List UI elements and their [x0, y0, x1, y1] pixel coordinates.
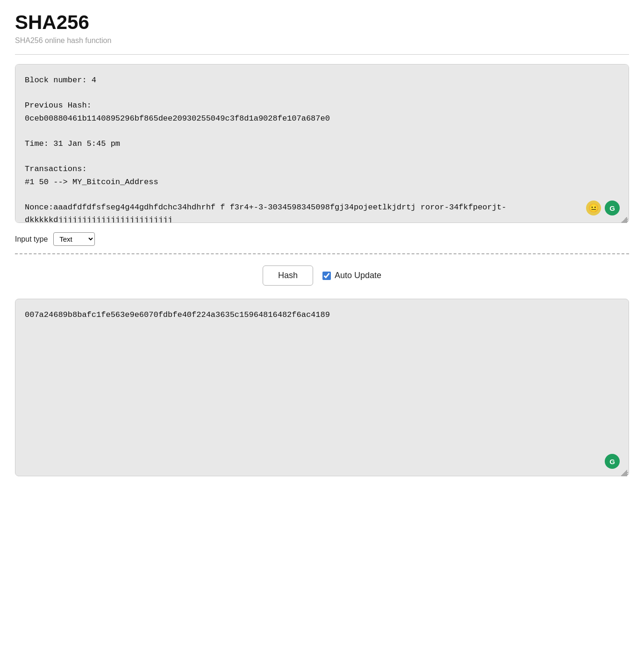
auto-update-label[interactable]: Auto Update: [322, 271, 381, 280]
emoji-neutral-icon[interactable]: 😐: [586, 201, 601, 215]
input-type-row: Input type Text Hex Base64: [15, 232, 629, 246]
hash-button[interactable]: Hash: [263, 265, 313, 286]
dashed-divider: [15, 253, 629, 254]
page-subtitle: SHA256 online hash function: [15, 36, 629, 45]
input-type-select[interactable]: Text Hex Base64: [53, 232, 95, 246]
output-grammarly-icon[interactable]: G: [605, 454, 620, 469]
main-input-textarea[interactable]: Block number: 4 Previous Hash: 0ceb00880…: [15, 64, 629, 223]
auto-update-text: Auto Update: [335, 271, 381, 280]
auto-update-checkbox[interactable]: [322, 272, 331, 280]
output-textarea[interactable]: 007a24689b8bafc1fe563e9e6070fdbfe40f224a…: [15, 299, 629, 476]
page-title: SHA256: [15, 11, 629, 34]
output-wrapper: 007a24689b8bafc1fe563e9e6070fdbfe40f224a…: [15, 299, 629, 478]
resize-handle[interactable]: [621, 216, 627, 223]
top-divider: [15, 54, 629, 55]
input-icon-group: 😐 G: [586, 201, 620, 215]
input-wrapper: Block number: 4 Previous Hash: 0ceb00880…: [15, 64, 629, 225]
input-type-label: Input type: [15, 235, 48, 244]
output-icon-group: G: [605, 454, 620, 469]
grammarly-icon[interactable]: G: [605, 201, 620, 215]
hash-controls: Hash Auto Update: [15, 265, 629, 286]
output-resize-handle[interactable]: [621, 470, 627, 476]
